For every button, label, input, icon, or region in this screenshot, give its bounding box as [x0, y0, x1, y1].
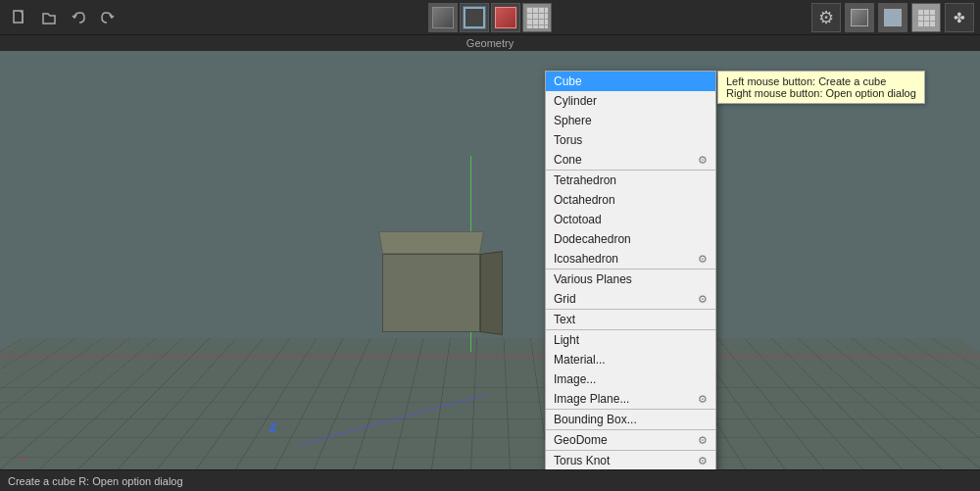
- new-button[interactable]: [6, 4, 33, 31]
- menu-item-label: Cone: [554, 153, 582, 167]
- axis-z-label: Z: [270, 421, 276, 435]
- menu-item-sphere[interactable]: Sphere: [546, 111, 715, 130]
- menu-item-various-planes[interactable]: Various Planes: [546, 269, 715, 289]
- undo-button[interactable]: [65, 4, 92, 31]
- menu-item-torus-knot[interactable]: Torus Knot⚙: [546, 450, 715, 469]
- menu-item-label: Light: [554, 333, 579, 347]
- menu-item-octotoad[interactable]: Octotoad: [546, 210, 715, 229]
- view-mode-grid-button[interactable]: [911, 3, 941, 32]
- toolbar-left: [0, 4, 127, 31]
- menu-item-tetrahedron[interactable]: Tetrahedron: [546, 170, 715, 190]
- top-toolbar: ⚙ ✤: [0, 0, 980, 35]
- menu-item-label: Tetrahedron: [554, 173, 616, 187]
- view-wire-button[interactable]: [460, 3, 489, 32]
- menu-item-label: Torus: [554, 133, 582, 147]
- menu-item-label: Cylinder: [554, 94, 597, 108]
- menu-item-label: Text: [554, 313, 575, 326]
- viewport[interactable]: Z ← CubeCylinderSphereTorusCone⚙Tetrahed…: [0, 51, 980, 469]
- menu-item-cylinder[interactable]: Cylinder: [546, 91, 715, 111]
- axis-x-label: ←: [18, 453, 28, 465]
- menu-item-label: Various Planes: [554, 272, 632, 286]
- menu-item-label: Image...: [554, 372, 596, 386]
- menu-item-cone[interactable]: Cone⚙: [546, 150, 715, 170]
- toolbar-center: [428, 3, 552, 32]
- menu-item-label: Torus Knot: [554, 454, 610, 467]
- menu-item-text[interactable]: Text: [546, 309, 715, 329]
- menu-item-image---[interactable]: Image...: [546, 369, 715, 389]
- menu-item-gear-icon: ⚙: [698, 393, 708, 406]
- menu-item-gear-icon: ⚙: [698, 154, 708, 167]
- menu-item-octahedron[interactable]: Octahedron: [546, 190, 715, 210]
- gear-icon: ⚙: [818, 7, 834, 28]
- open-button[interactable]: [35, 4, 63, 31]
- menu-item-label: Dodecahedron: [554, 232, 631, 246]
- menu-item-label: Octotoad: [554, 213, 602, 226]
- menu-item-icosahedron[interactable]: Icosahedron⚙: [546, 249, 715, 269]
- dropdown-menu: CubeCylinderSphereTorusCone⚙TetrahedronO…: [545, 71, 716, 469]
- grid-floor: [0, 338, 980, 469]
- menu-item-label: Image Plane...: [554, 392, 629, 406]
- menu-item-gear-icon: ⚙: [698, 253, 708, 266]
- cube-side-face: [480, 251, 503, 335]
- cube-top-face: [378, 231, 484, 254]
- menu-item-label: Icosahedron: [554, 252, 618, 266]
- tooltip-line1: Left mouse button: Create a cube: [726, 75, 916, 87]
- view-mode-2-button[interactable]: [878, 3, 907, 32]
- view-mode-1-button[interactable]: [845, 3, 874, 32]
- menu-item-gear-icon: ⚙: [698, 434, 708, 447]
- tooltip-line2: Right mouse button: Open option dialog: [726, 87, 916, 99]
- menu-item-light[interactable]: Light: [546, 329, 715, 350]
- menu-item-label: Material...: [554, 353, 606, 367]
- menu-item-gear-icon: ⚙: [698, 455, 708, 467]
- menu-item-label: Sphere: [554, 114, 592, 127]
- menu-item-torus[interactable]: Torus: [546, 130, 715, 150]
- menu-item-gear-icon: ⚙: [698, 293, 708, 306]
- cube-tooltip: Left mouse button: Create a cube Right m…: [717, 71, 925, 104]
- view-red-button[interactable]: [491, 3, 520, 32]
- menu-item-label: Bounding Box...: [554, 413, 637, 426]
- menu-item-dodecahedron[interactable]: Dodecahedron: [546, 229, 715, 249]
- menu-item-label: Octahedron: [554, 193, 615, 207]
- person-icon: ✤: [954, 10, 965, 25]
- toolbar-right: ⚙ ✤: [811, 3, 974, 32]
- status-text: Create a cube R: Open option dialog: [8, 475, 183, 487]
- menu-item-grid[interactable]: Grid⚙: [546, 289, 715, 309]
- person-button[interactable]: ✤: [945, 3, 974, 32]
- axis-x-line: [0, 356, 980, 357]
- cube-object: [372, 234, 490, 332]
- menu-item-label: Cube: [554, 74, 582, 88]
- menu-item-image-plane---[interactable]: Image Plane...⚙: [546, 389, 715, 409]
- menu-item-geodome[interactable]: GeoDome⚙: [546, 429, 715, 450]
- menu-item-cube[interactable]: Cube: [546, 72, 715, 91]
- menu-item-bounding-box---[interactable]: Bounding Box...: [546, 409, 715, 429]
- view-grid-button[interactable]: [522, 3, 552, 32]
- view-solid-button[interactable]: [428, 3, 458, 32]
- geometry-label: Geometry: [0, 35, 980, 51]
- status-bar: Create a cube R: Open option dialog: [0, 469, 980, 491]
- main-area[interactable]: Z ← CubeCylinderSphereTorusCone⚙Tetrahed…: [0, 51, 980, 469]
- cube-front-face: [382, 254, 480, 332]
- menu-item-label: Grid: [554, 292, 576, 306]
- redo-button[interactable]: [94, 4, 122, 31]
- settings-button[interactable]: ⚙: [811, 3, 841, 32]
- menu-item-label: GeoDome: [554, 433, 608, 447]
- menu-item-material---[interactable]: Material...: [546, 350, 715, 369]
